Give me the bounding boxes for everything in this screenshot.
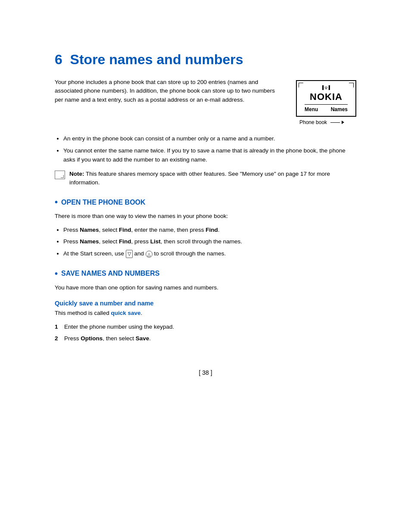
caption-arrow-line	[330, 122, 340, 123]
step-number: 1	[55, 322, 61, 332]
note-body: This feature shares memory space with ot…	[69, 171, 330, 186]
softkey-right: Names	[331, 106, 348, 112]
quickly-save-steps: 1 Enter the phone number using the keypa…	[55, 322, 356, 343]
page-footer: [ 38 ]	[55, 369, 356, 376]
subsection-quickly-save-heading: Quickly save a number and name	[55, 300, 356, 307]
quickly-save-intro: This method is called quick save.	[55, 308, 356, 318]
list-item: Press Names, select Find, press List, th…	[63, 237, 356, 246]
list-item: 2 Press Options, then select Save.	[55, 334, 356, 343]
note-label: Note:	[69, 171, 84, 177]
phone-caption: Phone book	[296, 119, 356, 125]
open-phone-book-steps: Press Names, select Find, enter the name…	[63, 225, 356, 258]
phone-caption-text: Phone book	[299, 119, 327, 125]
list-item: At the Start screen, use ▽ and △ to scro…	[63, 249, 356, 258]
save-intro: You have more than one option for saving…	[55, 283, 356, 292]
note-text: Note: This feature shares memory space w…	[69, 170, 356, 187]
quick-save-link[interactable]: quick save	[111, 310, 141, 316]
step-number: 2	[55, 334, 61, 343]
chapter-number: 6	[55, 52, 62, 67]
phone-softkeys: Menu Names	[305, 104, 348, 112]
intro-paragraph: Your phone includes a phone book that ca…	[55, 78, 283, 104]
step-text: Press Options, then select Save.	[64, 334, 151, 343]
note-icon	[55, 171, 65, 179]
note-box: Note: This feature shares memory space w…	[55, 170, 356, 187]
intro-section: Your phone includes a phone book that ca…	[55, 78, 356, 125]
section-save-heading: SAVE NAMES AND NUMBERS	[55, 269, 356, 279]
phone-brand: NOKIA	[305, 91, 348, 103]
list-item: 1 Enter the phone number using the keypa…	[55, 322, 356, 332]
chapter-title-text: Store names and numbers	[70, 52, 243, 67]
softkey-left: Menu	[305, 106, 318, 112]
phone-signal: ▐ ψ ▌	[305, 85, 348, 90]
chapter-title: 6 Store names and numbers	[55, 52, 356, 68]
quickly-save-intro-text2: .	[141, 310, 143, 316]
section-open-phone-book-heading: OPEN THE PHONE BOOK	[55, 197, 356, 207]
open-phone-book-intro: There is more than one way to view the n…	[55, 212, 356, 221]
phone-box: ▐ ψ ▌ NOKIA Menu Names	[296, 80, 356, 117]
phone-diagram: ▐ ψ ▌ NOKIA Menu Names Phone book	[296, 80, 356, 125]
scroll-down-icon: ▽	[126, 250, 133, 258]
list-item: Press Names, select Find, enter the name…	[63, 225, 356, 235]
step-text: Enter the phone number using the keypad.	[64, 322, 174, 332]
intro-bullets: An entry in the phone book can consist o…	[63, 134, 356, 165]
page-number: [ 38 ]	[199, 369, 212, 376]
page-content: 6 Store names and numbers Your phone inc…	[55, 0, 356, 532]
list-item: You cannot enter the same name twice. If…	[63, 146, 356, 165]
list-item: An entry in the phone book can consist o…	[63, 134, 356, 143]
caption-arrow-head	[342, 121, 344, 124]
quickly-save-intro-text1: This method is called	[55, 310, 111, 316]
scroll-up-icon: △	[146, 251, 153, 258]
